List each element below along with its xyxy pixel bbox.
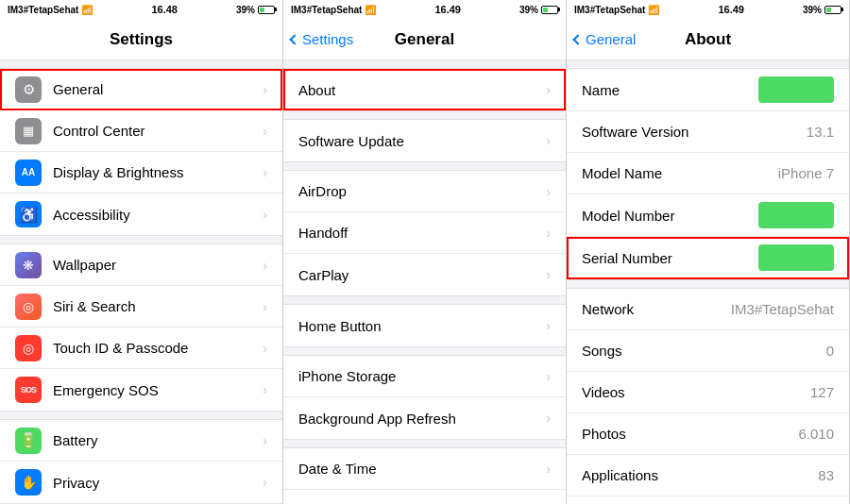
display-label: Display & Brightness <box>53 164 263 180</box>
row-control-center[interactable]: ▦ Control Center › <box>0 110 282 152</box>
model-name-label: Model Name <box>582 165 778 181</box>
background-refresh-chevron: › <box>546 411 551 426</box>
status-bar-3: IM3#TetapSehat 📶 16.49 39% <box>567 0 849 19</box>
general-icon: ⚙ <box>15 76 42 103</box>
back-chevron-3 <box>572 34 583 44</box>
back-button-2[interactable]: Settings <box>291 31 353 47</box>
row-keyboard[interactable]: Keyboard › <box>283 490 566 504</box>
row-accessibility[interactable]: ♿ Accessibility › <box>0 193 282 235</box>
privacy-chevron: › <box>263 475 267 490</box>
group-wallpaper: ❋ Wallpaper › ◎ Siri & Search › ◎ Touch … <box>0 244 282 412</box>
row-sos[interactable]: SOS Emergency SOS › <box>0 369 282 411</box>
nav-title-3: About <box>685 30 731 49</box>
display-icon: AA <box>15 160 42 186</box>
accessibility-icon: ♿ <box>15 201 42 227</box>
group-airdrop: AirDrop › Handoff › CarPlay › <box>283 170 566 296</box>
general-chevron: › <box>263 82 267 97</box>
battery-icon-1 <box>258 6 275 14</box>
background-refresh-label: Background App Refresh <box>298 411 546 427</box>
row-privacy[interactable]: ✋ Privacy › <box>0 462 282 503</box>
name-value <box>758 76 834 103</box>
row-battery[interactable]: 🔋 Battery › <box>0 420 282 462</box>
privacy-label: Privacy <box>53 475 263 491</box>
panel-settings: IM3#TetapSehat 📶 16.48 39% Settings ⚙ Ge… <box>0 0 283 504</box>
general-label: General <box>53 81 263 97</box>
row-airdrop[interactable]: AirDrop › <box>283 171 566 212</box>
time-2: 16.49 <box>434 4 461 15</box>
panel-about: IM3#TetapSehat 📶 16.49 39% General About… <box>567 0 850 504</box>
touchid-label: Touch ID & Passcode <box>53 340 263 356</box>
group-battery: 🔋 Battery › ✋ Privacy › <box>0 419 282 504</box>
status-right-2: 39% <box>519 5 558 15</box>
row-home-button[interactable]: Home Button › <box>283 305 566 346</box>
row-iphone-storage[interactable]: iPhone Storage › <box>283 356 566 397</box>
touchid-chevron: › <box>263 341 267 356</box>
iphone-storage-chevron: › <box>546 369 551 384</box>
settings-list-1: ⚙ General › ▦ Control Center › AA Displa… <box>0 60 282 504</box>
sos-chevron: › <box>263 382 267 397</box>
date-time-chevron: › <box>546 462 551 477</box>
serial-number-label: Serial Number <box>582 250 758 266</box>
name-label: Name <box>582 82 758 98</box>
siri-label: Siri & Search <box>53 298 263 314</box>
panel-general: IM3#TetapSehat 📶 16.49 39% Settings Gene… <box>283 0 567 504</box>
group-software: Software Update › <box>283 119 566 162</box>
status-right-1: 39% <box>236 5 275 15</box>
carplay-label: CarPlay <box>298 267 546 283</box>
group-datetime: Date & Time › Keyboard › <box>283 447 566 504</box>
row-software-update[interactable]: Software Update › <box>283 120 566 161</box>
status-left-3: IM3#TetapSehat 📶 <box>574 5 659 15</box>
group-about: About › <box>283 68 566 111</box>
network-value: IM3#TetapSehat <box>731 301 834 317</box>
sos-icon: SOS <box>15 377 42 403</box>
row-wallpaper[interactable]: ❋ Wallpaper › <box>0 244 282 286</box>
wifi-icon-1: 📶 <box>81 5 93 15</box>
accessibility-label: Accessibility <box>53 207 263 223</box>
row-handoff[interactable]: Handoff › <box>283 212 566 254</box>
carplay-chevron: › <box>546 267 551 282</box>
videos-label: Videos <box>582 384 810 400</box>
row-serial-number: Serial Number <box>567 237 849 279</box>
carrier-1: IM3#TetapSehat <box>8 5 78 15</box>
row-carplay[interactable]: CarPlay › <box>283 254 566 295</box>
row-date-time[interactable]: Date & Time › <box>283 448 566 490</box>
serial-number-value <box>758 244 834 271</box>
row-songs: Songs 0 <box>567 330 849 372</box>
accessibility-chevron: › <box>263 207 267 222</box>
privacy-icon: ✋ <box>15 469 42 496</box>
siri-chevron: › <box>263 299 267 314</box>
back-button-3[interactable]: General <box>574 31 636 47</box>
handoff-label: Handoff <box>298 225 546 241</box>
row-model-name: Model Name iPhone 7 <box>567 153 849 194</box>
back-label-2: Settings <box>302 31 353 47</box>
control-center-label: Control Center <box>53 123 263 139</box>
display-chevron: › <box>263 165 267 180</box>
control-center-icon: ▦ <box>15 118 42 144</box>
carrier-2: IM3#TetapSehat <box>291 5 362 15</box>
battery-icon-row: 🔋 <box>15 428 42 454</box>
airdrop-label: AirDrop <box>298 183 546 199</box>
software-update-chevron: › <box>546 133 551 148</box>
applications-label: Applications <box>582 467 818 483</box>
time-3: 16.49 <box>718 4 744 15</box>
row-photos: Photos 6.010 <box>567 413 849 455</box>
settings-list-2: About › Software Update › AirDrop › Hand… <box>283 60 566 504</box>
row-siri[interactable]: ◎ Siri & Search › <box>0 286 282 328</box>
row-about[interactable]: About › <box>283 69 566 110</box>
group-storage: iPhone Storage › Background App Refresh … <box>283 355 566 440</box>
battery-pct-1: 39% <box>236 5 255 15</box>
home-button-label: Home Button <box>298 318 546 334</box>
row-general[interactable]: ⚙ General › <box>0 69 282 110</box>
airdrop-chevron: › <box>546 184 551 199</box>
wifi-icon-3: 📶 <box>648 5 659 15</box>
nav-bar-3: General About <box>567 19 849 60</box>
siri-icon: ◎ <box>15 294 42 320</box>
row-background-refresh[interactable]: Background App Refresh › <box>283 397 566 439</box>
battery-pct-2: 39% <box>519 5 538 15</box>
row-capacity: Capacity 32 GB <box>567 496 849 504</box>
time-1: 16.48 <box>151 4 178 15</box>
group-home: Home Button › <box>283 304 566 347</box>
row-sw-version: Software Version 13.1 <box>567 111 849 153</box>
row-display[interactable]: AA Display & Brightness › <box>0 152 282 193</box>
row-touchid[interactable]: ◎ Touch ID & Passcode › <box>0 328 282 369</box>
